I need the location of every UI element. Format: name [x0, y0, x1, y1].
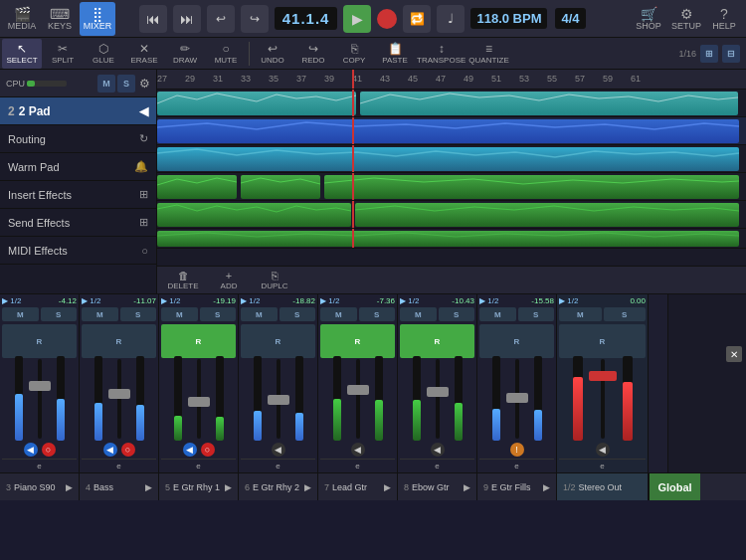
duplicate-btn[interactable]: ⎘ DUPLC [253, 269, 296, 292]
fader-handle[interactable] [589, 371, 617, 381]
fader-handle[interactable] [427, 387, 449, 397]
bpm-display[interactable]: 118.0 BPM [470, 8, 547, 29]
transpose-tool[interactable]: ↕ TRANSPOSE [416, 39, 466, 69]
fader-handle[interactable] [108, 389, 130, 399]
s-btn[interactable]: S [117, 75, 135, 93]
select-tool[interactable]: ↖ SELECT [2, 39, 42, 69]
solo-btn[interactable]: S [41, 307, 78, 321]
rec-btn[interactable]: R [241, 324, 315, 358]
solo-btn[interactable]: S [439, 307, 475, 321]
play-btn[interactable]: ▶ [343, 5, 371, 33]
send-icon[interactable]: ◀ [351, 443, 365, 457]
warm-pad-section[interactable]: Warm Pad 🔔 [0, 153, 156, 181]
send-icon[interactable]: ◀ [103, 443, 117, 457]
rec-btn[interactable]: R [2, 324, 77, 358]
record-icon[interactable]: ○ [42, 443, 56, 457]
region-5a[interactable] [157, 203, 351, 227]
fader-handle[interactable] [268, 395, 289, 405]
fader-wrapper[interactable] [25, 356, 55, 441]
warning-icon[interactable]: ! [510, 443, 524, 457]
mute-btn[interactable]: M [2, 307, 39, 321]
bottom-track-egtr2[interactable]: 6 E Gtr Rhy 2 ▶ [239, 473, 318, 500]
bottom-track-stereo-out[interactable]: 1/2 Stereo Out [557, 473, 649, 500]
redo-tool[interactable]: ↪ REDO [293, 39, 333, 69]
rec-btn[interactable]: R [559, 324, 646, 358]
draw-tool[interactable]: ✏ DRAW [165, 39, 205, 69]
quantize-tool[interactable]: ≡ QUANTIZE [467, 39, 509, 69]
snap-btn[interactable]: ⊟ [722, 45, 740, 63]
redo-btn[interactable]: ↪ [241, 5, 269, 33]
m-btn[interactable]: M [97, 75, 115, 93]
send-icon[interactable]: ◀ [596, 443, 610, 457]
fader-wrapper[interactable] [264, 356, 293, 441]
region-4b[interactable] [241, 175, 320, 199]
region-4a[interactable] [157, 175, 237, 199]
send-icon[interactable]: ◀ [272, 443, 285, 457]
solo-btn[interactable]: S [200, 307, 237, 321]
solo-btn[interactable]: S [359, 307, 396, 321]
bottom-track-leadgtr[interactable]: 7 Lead Gtr ▶ [318, 473, 398, 500]
fader-handle[interactable] [29, 381, 51, 391]
routing-section[interactable]: Routing ↻ [0, 125, 156, 153]
keys-btn[interactable]: ⌨ KEYS [42, 2, 78, 36]
fader-wrapper[interactable] [423, 356, 453, 441]
paste-tool[interactable]: 📋 PASTE [375, 39, 415, 69]
region-6a[interactable] [157, 231, 739, 247]
erase-tool[interactable]: ✕ ERASE [124, 39, 164, 69]
fader-wrapper[interactable] [343, 356, 373, 441]
copy-tool[interactable]: ⎘ COPY [334, 39, 374, 69]
forward-btn[interactable]: ⏭ [173, 5, 201, 33]
bottom-track-gtrfills[interactable]: 9 E Gtr Fills ▶ [477, 473, 557, 500]
midi-effects-section[interactable]: MIDI Effects ○ [0, 237, 156, 265]
fader-handle[interactable] [347, 385, 369, 395]
selected-track-header[interactable]: 2 2 Pad ◀ [0, 97, 156, 125]
region-5b[interactable] [355, 203, 739, 227]
setup-btn[interactable]: ⚙ SETUP [668, 2, 704, 36]
mixer-btn[interactable]: ⣿ MIXER [80, 2, 115, 36]
fader-handle[interactable] [506, 393, 528, 403]
settings-icon[interactable]: ⚙ [139, 77, 150, 91]
loop-icon[interactable]: 🔁 [403, 5, 431, 33]
bottom-track-bass[interactable]: 4 Bass ▶ [80, 473, 159, 500]
media-btn[interactable]: 🎬 MEDIA [4, 2, 40, 36]
delete-btn[interactable]: 🗑 DELETE [161, 269, 205, 292]
metronome-icon[interactable]: ♩ [437, 5, 465, 33]
send-icon[interactable]: ◀ [183, 443, 197, 457]
fader-wrapper[interactable] [184, 356, 214, 441]
glue-tool[interactable]: ⬡ GLUE [84, 39, 123, 69]
record-btn[interactable] [377, 9, 397, 29]
rec-btn[interactable]: R [320, 324, 395, 358]
track-arrow[interactable]: ◀ [139, 104, 148, 118]
fader-handle[interactable] [188, 397, 210, 407]
mute-btn[interactable]: M [320, 307, 357, 321]
rec-btn[interactable]: R [479, 324, 554, 358]
mute-btn[interactable]: M [82, 307, 118, 321]
mute-btn[interactable]: M [400, 307, 437, 321]
time-sig-display[interactable]: 4/4 [555, 8, 585, 29]
solo-btn[interactable]: S [604, 307, 647, 321]
rec-btn[interactable]: R [161, 324, 236, 358]
shop-btn[interactable]: 🛒 SHOP [631, 2, 666, 36]
send-icon[interactable]: ◀ [431, 443, 445, 457]
add-btn[interactable]: + ADD [207, 269, 251, 292]
mute-tool[interactable]: ○ MUTE [206, 39, 246, 69]
mute-btn[interactable]: M [161, 307, 198, 321]
undo-btn[interactable]: ↩ [207, 5, 235, 33]
position-display[interactable]: 41.1.4 [275, 7, 338, 30]
fader-wrapper[interactable] [502, 356, 532, 441]
mute-btn[interactable]: M [241, 307, 278, 321]
fader-wrapper[interactable] [585, 356, 621, 441]
mute-btn[interactable]: M [559, 307, 602, 321]
split-tool[interactable]: ✂ SPLIT [43, 39, 83, 69]
undo-tool[interactable]: ↩ UNDO [253, 39, 292, 69]
region-3a[interactable] [157, 147, 739, 171]
region-2a[interactable] [157, 119, 739, 143]
solo-btn[interactable]: S [120, 307, 157, 321]
send-effects-section[interactable]: Send Effects ⊞ [0, 209, 156, 237]
record-icon[interactable]: ○ [201, 443, 215, 457]
bottom-track-piano[interactable]: 3 Piano S90 ▶ [0, 473, 80, 500]
global-btn[interactable]: Global [649, 473, 700, 500]
fader-wrapper[interactable] [104, 356, 134, 441]
rec-btn[interactable]: R [400, 324, 474, 358]
bottom-track-egtr1[interactable]: 5 E Gtr Rhy 1 ▶ [159, 473, 239, 500]
